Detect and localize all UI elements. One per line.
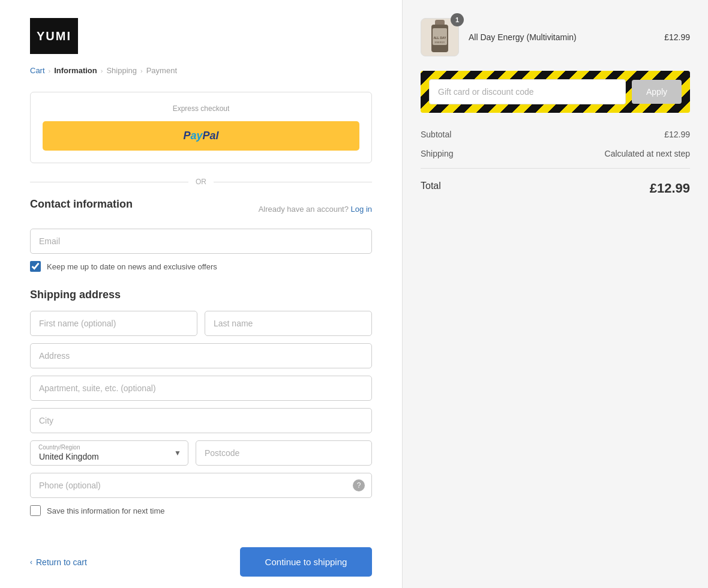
email-row [30, 229, 372, 254]
subtotal-row: Subtotal £12.99 [421, 125, 690, 144]
breadcrumb: Cart › Information › Shipping › Payment [30, 66, 372, 75]
breadcrumb-information: Information [54, 66, 97, 75]
discount-area: Apply [421, 71, 690, 113]
phone-help-icon[interactable]: ? [353, 479, 365, 491]
breadcrumb-sep-1: › [49, 67, 51, 74]
product-price: £12.99 [664, 32, 690, 42]
city-field[interactable] [30, 408, 372, 433]
country-postcode-row: Country/Region United Kingdom United Sta… [30, 440, 372, 466]
email-field[interactable] [30, 229, 372, 254]
product-bottle-svg: ALL DAY ENERGY [428, 20, 452, 55]
contact-header: Contact information Already have an acco… [30, 198, 372, 220]
apt-row [30, 376, 372, 401]
address-row [30, 343, 372, 368]
or-divider: OR [30, 178, 372, 186]
subtotal-value: £12.99 [664, 130, 690, 139]
breadcrumb-cart[interactable]: Cart [30, 66, 45, 75]
return-cart-label: Return to cart [36, 557, 87, 567]
right-panel: ALL DAY ENERGY 1 All Day Energy (Multivi… [402, 0, 708, 588]
newsletter-checkbox[interactable] [30, 261, 41, 272]
paypal-logo: PayPal [183, 130, 218, 142]
newsletter-row: Keep me up to date on news and exclusive… [30, 261, 372, 272]
phone-field[interactable] [30, 473, 372, 498]
postcode-field[interactable] [196, 440, 372, 466]
return-cart-arrow-icon: ‹ [30, 558, 32, 566]
breadcrumb-shipping: Shipping [106, 66, 137, 75]
last-name-field[interactable] [205, 311, 372, 336]
product-info: All Day Energy (Multivitamin) [469, 32, 655, 42]
return-cart-link[interactable]: ‹ Return to cart [30, 557, 87, 567]
country-select[interactable]: United Kingdom United States Canada [30, 440, 188, 466]
breadcrumb-sep-2: › [101, 67, 103, 74]
logo: YUMI [30, 18, 78, 54]
paypal-button[interactable]: PayPal [43, 121, 359, 151]
phone-wrapper: ? [30, 473, 372, 498]
express-checkout-label: Express checkout [43, 104, 359, 113]
shipping-label: Shipping [421, 149, 454, 158]
apt-field[interactable] [30, 376, 372, 401]
continue-shipping-button[interactable]: Continue to shipping [240, 547, 372, 577]
product-image-wrapper: ALL DAY ENERGY 1 [421, 18, 459, 56]
shipping-value: Calculated at next step [605, 149, 690, 158]
breadcrumb-sep-3: › [140, 67, 143, 74]
summary-divider [421, 168, 690, 169]
address-field[interactable] [30, 343, 372, 368]
svg-text:ALL DAY: ALL DAY [433, 36, 446, 40]
subtotal-label: Subtotal [421, 130, 451, 139]
login-prompt: Already have an account? Log in [259, 205, 372, 214]
first-name-field[interactable] [30, 311, 197, 336]
svg-text:ENERGY: ENERGY [435, 41, 445, 44]
express-checkout-section: Express checkout PayPal [30, 92, 372, 163]
phone-row: ? [30, 473, 372, 498]
city-row [30, 408, 372, 433]
breadcrumb-payment: Payment [146, 66, 177, 75]
footer-actions: ‹ Return to cart Continue to shipping [30, 535, 372, 577]
left-panel: YUMI Cart › Information › Shipping › Pay… [0, 0, 402, 588]
logo-wrapper: YUMI [30, 18, 372, 54]
product-name: All Day Energy (Multivitamin) [469, 32, 655, 42]
contact-title: Contact information [30, 198, 133, 211]
save-info-row: Save this information for next time [30, 505, 372, 516]
shipping-title: Shipping address [30, 289, 372, 301]
logo-text: YUMI [37, 29, 71, 43]
newsletter-label[interactable]: Keep me up to date on news and exclusive… [47, 262, 217, 271]
save-info-checkbox[interactable] [30, 505, 41, 516]
login-link[interactable]: Log in [351, 205, 372, 214]
product-row: ALL DAY ENERGY 1 All Day Energy (Multivi… [421, 18, 690, 56]
discount-inner: Apply [429, 79, 682, 104]
save-info-label[interactable]: Save this information for next time [47, 506, 165, 515]
name-row [30, 311, 372, 336]
shipping-row: Shipping Calculated at next step [421, 144, 690, 163]
total-value: £12.99 [650, 181, 690, 196]
total-label: Total [421, 181, 441, 196]
apply-discount-button[interactable]: Apply [632, 80, 682, 104]
product-quantity-badge: 1 [451, 13, 464, 26]
total-row: Total £12.99 [421, 173, 690, 196]
discount-input[interactable] [429, 79, 626, 104]
country-wrapper: Country/Region United Kingdom United Sta… [30, 440, 188, 466]
